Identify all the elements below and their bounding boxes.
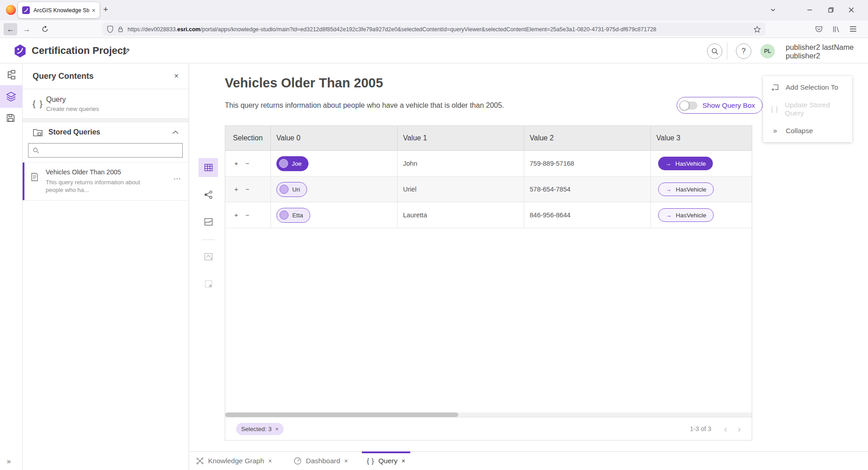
- clear-selection-icon[interactable]: ×: [275, 426, 279, 432]
- stored-query-item-selected[interactable]: Vehicles Older Than 2005 This query retu…: [23, 162, 189, 201]
- panel-close-icon[interactable]: ×: [174, 72, 179, 81]
- previous-page-icon[interactable]: ‹: [724, 424, 727, 434]
- column-header-value1[interactable]: Value 1: [398, 126, 524, 150]
- user-avatar[interactable]: PL: [760, 44, 775, 58]
- entity-pill[interactable]: Etta: [276, 208, 310, 223]
- browser-tab-strip: ArcGIS Knowledge Studio × +: [0, 0, 868, 20]
- browser-back-button[interactable]: ←: [4, 23, 17, 35]
- browser-reload-button[interactable]: [38, 23, 52, 35]
- table-row: + − Uri Uriel 578-654-7854 →HasVehicle: [225, 177, 752, 202]
- project-title: Certification Project: [32, 45, 126, 57]
- view-toolbar: [199, 158, 218, 302]
- url-text[interactable]: https://dev0028833.esri.com/portal/apps/…: [128, 26, 754, 33]
- knowledge-graph-rail-icon[interactable]: [5, 69, 16, 80]
- stored-queries-search-input[interactable]: [43, 147, 178, 154]
- user-info[interactable]: publisher2 lastName publisher2: [786, 43, 854, 60]
- add-to-selection-icon[interactable]: +: [234, 160, 238, 167]
- browser-forward-button[interactable]: →: [20, 23, 33, 35]
- tab-close-icon[interactable]: ×: [268, 457, 272, 465]
- table-row: + − Joe John 759-889-57168 →HasVehicle: [225, 151, 752, 177]
- selected-count-chip[interactable]: Selected: 3 ×: [236, 423, 284, 435]
- bookmark-star-icon[interactable]: [754, 26, 761, 33]
- link-chart-view-button[interactable]: [199, 185, 218, 204]
- tab-close-icon[interactable]: ×: [402, 457, 405, 465]
- add-to-selection-icon[interactable]: +: [234, 186, 238, 193]
- query-item-title: Query: [46, 96, 99, 104]
- entity-dot-icon: [280, 211, 289, 220]
- page-description: This query returns information about peo…: [225, 101, 504, 110]
- layers-rail-icon[interactable]: [5, 91, 17, 102]
- browser-tab-active[interactable]: ArcGIS Knowledge Studio ×: [18, 2, 100, 18]
- new-tab-button[interactable]: +: [103, 5, 108, 14]
- column-header-selection[interactable]: Selection: [225, 126, 271, 150]
- tab-dashboard[interactable]: Dashboard ×: [292, 452, 349, 470]
- remove-from-selection-icon[interactable]: −: [245, 211, 249, 219]
- tracking-shield-icon[interactable]: [107, 25, 114, 33]
- dashboard-tab-icon: [294, 457, 302, 465]
- tab-close-icon[interactable]: ×: [92, 7, 95, 14]
- relationship-pill[interactable]: →HasVehicle: [658, 157, 713, 170]
- edit-title-icon[interactable]: [122, 47, 131, 56]
- expand-rail-icon[interactable]: »: [7, 457, 11, 465]
- next-page-icon[interactable]: ›: [738, 424, 741, 434]
- stored-queries-header[interactable]: Stored Queries: [23, 122, 189, 142]
- cell-value1: Lauretta: [398, 202, 524, 228]
- table-view-button[interactable]: [199, 158, 218, 177]
- panel-header: Query Contents ×: [23, 63, 189, 89]
- collapse-chevrons-icon: »: [771, 127, 779, 135]
- selection-context-menu: Add Selection To { } Update Stored Query…: [763, 76, 852, 142]
- select-extent-button[interactable]: [199, 274, 218, 293]
- address-bar[interactable]: https://dev0028833.esri.com/portal/apps/…: [102, 23, 765, 36]
- menu-hamburger-icon[interactable]: [849, 26, 857, 32]
- show-query-box-toggle[interactable]: Show Query Box: [677, 97, 763, 114]
- column-header-value0[interactable]: Value 0: [271, 126, 398, 150]
- search-button[interactable]: [707, 43, 722, 59]
- relationship-pill[interactable]: →HasVehicle: [658, 208, 714, 222]
- search-icon: [33, 147, 39, 154]
- lock-icon[interactable]: [118, 26, 123, 33]
- stored-query-title: Vehicles Older Than 2005: [46, 168, 175, 176]
- remove-from-selection-icon[interactable]: −: [245, 186, 249, 193]
- tab-query[interactable]: { } Query ×: [365, 452, 407, 470]
- remove-from-selection-icon[interactable]: −: [245, 160, 249, 167]
- help-button[interactable]: ?: [736, 43, 751, 59]
- save-rail-icon[interactable]: [5, 113, 16, 123]
- entity-pill[interactable]: Joe: [276, 156, 308, 171]
- header-divider: [727, 43, 727, 60]
- arrow-right-icon: →: [665, 211, 672, 219]
- tab-list-chevron-icon[interactable]: [770, 7, 776, 13]
- window-close-button[interactable]: [848, 6, 855, 14]
- column-header-value3[interactable]: Value 3: [651, 126, 752, 150]
- chevron-up-icon[interactable]: [172, 130, 179, 134]
- menu-item-add-selection-to[interactable]: Add Selection To: [763, 77, 852, 98]
- user-login: publisher2: [786, 52, 854, 60]
- tab-knowledge-graph[interactable]: Knowledge Graph ×: [194, 452, 273, 470]
- entity-pill[interactable]: Uri: [276, 182, 307, 197]
- window-restore-button[interactable]: [827, 6, 835, 14]
- toggle-track[interactable]: [680, 101, 697, 110]
- library-icon[interactable]: [832, 25, 840, 33]
- relationship-pill[interactable]: →HasVehicle: [658, 182, 714, 196]
- entity-dot-icon: [280, 185, 289, 194]
- horizontal-scrollbar[interactable]: [225, 412, 752, 417]
- menu-item-update-stored-query[interactable]: { } Update Stored Query: [763, 98, 852, 120]
- arcgis-knowledge-studio-window: { "browser": { "tab_title": "ArcGIS Know…: [0, 0, 868, 470]
- column-header-value2[interactable]: Value 2: [524, 126, 651, 150]
- menu-item-collapse[interactable]: » Collapse: [763, 120, 852, 142]
- map-view-button[interactable]: [199, 212, 218, 231]
- window-minimize-button[interactable]: [806, 6, 813, 14]
- add-to-selection-icon[interactable]: +: [234, 211, 238, 219]
- knowledge-studio-logo-icon[interactable]: [13, 44, 27, 58]
- add-to-map-button[interactable]: [199, 247, 218, 266]
- panel-title: Query Contents: [33, 72, 174, 81]
- query-create-item[interactable]: { } Query Create new queries: [23, 89, 189, 118]
- firefox-logo-icon[interactable]: [6, 5, 16, 15]
- braces-icon: { }: [367, 457, 374, 465]
- tab-label: Dashboard: [306, 457, 340, 465]
- tab-close-icon[interactable]: ×: [344, 457, 348, 465]
- toggle-knob[interactable]: [679, 101, 689, 110]
- stored-queries-searchbox[interactable]: [28, 143, 183, 158]
- save-to-pocket-icon[interactable]: [815, 25, 823, 33]
- scrollbar-thumb[interactable]: [225, 412, 458, 417]
- stored-query-more-icon[interactable]: …: [173, 173, 181, 182]
